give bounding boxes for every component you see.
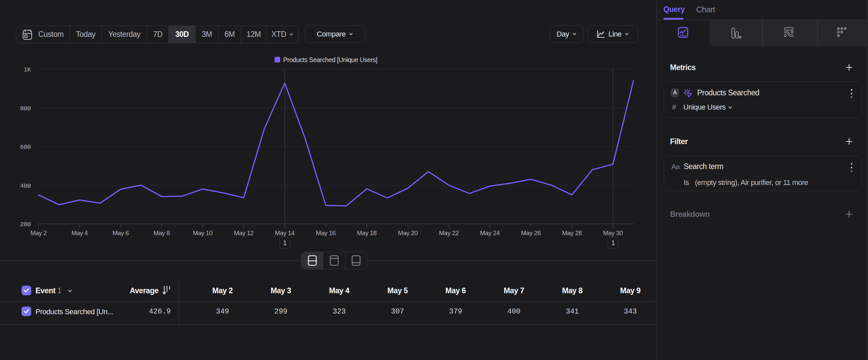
svg-text:May 14: May 14 [275,229,295,237]
svg-text:May 6: May 6 [113,229,129,237]
svg-text:May 26: May 26 [521,229,541,237]
svg-text:May 8: May 8 [154,229,170,237]
svg-text:800: 800 [20,105,31,112]
svg-text:May 4: May 4 [71,229,88,237]
svg-text:May 28: May 28 [562,229,582,237]
svg-text:May 2: May 2 [31,229,47,237]
svg-text:May 12: May 12 [234,229,253,237]
svg-text:May 22: May 22 [439,229,459,237]
svg-text:May 20: May 20 [398,229,417,237]
svg-text:May 10: May 10 [193,229,213,237]
svg-text:1K: 1K [24,66,31,74]
svg-text:400: 400 [20,182,31,190]
svg-text:May 30: May 30 [603,229,623,237]
svg-text:200: 200 [20,221,31,228]
svg-text:600: 600 [20,143,31,151]
svg-text:May 16: May 16 [316,229,336,237]
svg-text:May 18: May 18 [357,229,377,237]
svg-text:May 24: May 24 [480,229,500,237]
